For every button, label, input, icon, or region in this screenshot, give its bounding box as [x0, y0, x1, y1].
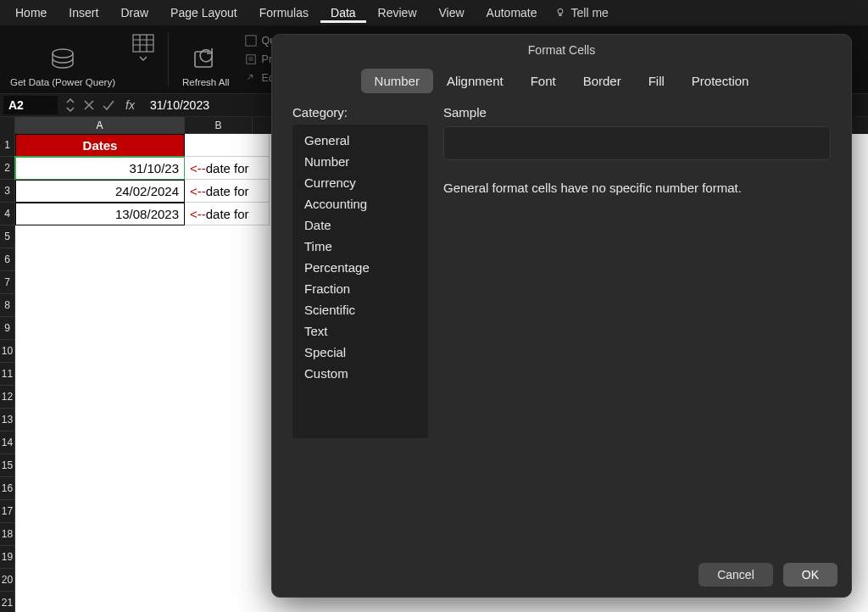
cell[interactable] [15, 477, 185, 500]
dialog-tab-border[interactable]: Border [570, 69, 635, 93]
cell[interactable] [15, 409, 185, 431]
cell[interactable] [185, 500, 270, 523]
row-header[interactable]: 13 [0, 409, 15, 431]
cell[interactable]: 31/10/23 [15, 157, 185, 180]
get-data-button[interactable]: Get Data (Power Query) [5, 29, 120, 90]
ribbon-tab-insert[interactable]: Insert [58, 3, 108, 23]
category-item[interactable]: Accounting [292, 193, 428, 214]
ribbon-tab-review[interactable]: Review [368, 3, 427, 23]
cell[interactable] [15, 500, 185, 523]
row-header[interactable]: 15 [0, 454, 15, 477]
cell[interactable]: <-- date for [185, 157, 270, 180]
category-item[interactable]: Date [292, 214, 428, 236]
cell[interactable]: Dates [15, 134, 185, 157]
cell[interactable] [15, 386, 185, 409]
category-item[interactable]: Fraction [292, 278, 428, 299]
cell[interactable]: <-- date for [185, 180, 270, 203]
tell-me-search[interactable]: Tell me [554, 6, 609, 19]
ok-button[interactable]: OK [783, 563, 837, 587]
row-header[interactable]: 1 [0, 134, 15, 157]
ribbon-tab-automate[interactable]: Automate [476, 3, 548, 23]
row-header[interactable]: 10 [0, 340, 15, 363]
cell[interactable] [185, 592, 270, 612]
ribbon-tab-view[interactable]: View [429, 3, 475, 23]
cell[interactable] [185, 225, 270, 248]
row-header[interactable]: 4 [0, 203, 15, 225]
cell[interactable] [185, 409, 270, 431]
ribbon-tab-home[interactable]: Home [5, 3, 57, 23]
column-header-b[interactable]: B [185, 117, 253, 134]
cell[interactable] [15, 248, 185, 271]
cell[interactable] [185, 523, 270, 546]
cell[interactable] [15, 317, 185, 340]
category-item[interactable]: Special [292, 342, 428, 363]
row-header[interactable]: 6 [0, 248, 15, 271]
cell[interactable] [185, 431, 270, 454]
cell[interactable] [15, 340, 185, 363]
cell[interactable] [185, 294, 270, 317]
category-list[interactable]: GeneralNumberCurrencyAccountingDateTimeP… [292, 125, 428, 438]
row-header[interactable]: 19 [0, 546, 15, 569]
name-box-stepper[interactable] [64, 97, 76, 114]
row-header[interactable]: 17 [0, 500, 15, 523]
queries-dropdown[interactable] [127, 29, 159, 90]
ribbon-tab-formulas[interactable]: Formulas [249, 3, 319, 23]
row-header[interactable]: 9 [0, 317, 15, 340]
dialog-tab-alignment[interactable]: Alignment [433, 69, 517, 93]
category-item[interactable]: General [292, 130, 428, 151]
cell[interactable] [185, 386, 270, 409]
dialog-tab-fill[interactable]: Fill [635, 69, 678, 93]
cell[interactable] [15, 569, 185, 592]
cell[interactable] [15, 592, 185, 612]
dialog-tab-number[interactable]: Number [361, 69, 433, 93]
cell[interactable] [185, 477, 270, 500]
cell[interactable] [15, 294, 185, 317]
row-header[interactable]: 18 [0, 523, 15, 546]
cell[interactable] [15, 225, 185, 248]
cell[interactable] [185, 340, 270, 363]
row-header[interactable]: 16 [0, 477, 15, 500]
row-header[interactable]: 14 [0, 431, 15, 454]
cell[interactable] [185, 546, 270, 569]
fx-button[interactable]: fx [122, 98, 138, 112]
row-header[interactable]: 3 [0, 180, 15, 203]
dialog-tab-font[interactable]: Font [517, 69, 570, 93]
row-header[interactable]: 7 [0, 271, 15, 294]
cell[interactable] [15, 546, 185, 569]
category-item[interactable]: Text [292, 320, 428, 342]
cancel-button[interactable]: Cancel [698, 563, 773, 587]
cell[interactable] [15, 523, 185, 546]
row-header[interactable]: 21 [0, 592, 15, 612]
cell[interactable] [185, 134, 270, 157]
ribbon-tab-data[interactable]: Data [320, 3, 366, 23]
cell[interactable] [15, 431, 185, 454]
cell[interactable] [185, 271, 270, 294]
category-item[interactable]: Scientific [292, 299, 428, 320]
dialog-tab-protection[interactable]: Protection [678, 69, 763, 93]
category-item[interactable]: Percentage [292, 257, 428, 278]
cell[interactable] [185, 248, 270, 271]
row-header[interactable]: 5 [0, 225, 15, 248]
cell[interactable] [15, 363, 185, 386]
row-header[interactable]: 12 [0, 386, 15, 409]
refresh-all-button[interactable]: Refresh All [177, 29, 235, 90]
cell[interactable] [185, 569, 270, 592]
row-header[interactable]: 20 [0, 569, 15, 592]
cell[interactable] [185, 454, 270, 477]
name-box[interactable]: A2 [3, 96, 58, 114]
category-item[interactable]: Number [292, 151, 428, 172]
cell[interactable]: 13/08/2023 [15, 203, 185, 225]
column-header-a[interactable]: A [15, 117, 185, 134]
category-item[interactable]: Time [292, 236, 428, 257]
row-header[interactable]: 2 [0, 157, 15, 180]
select-all-corner[interactable] [0, 117, 15, 134]
cell[interactable]: 24/02/2024 [15, 180, 185, 203]
category-item[interactable]: Custom [292, 363, 428, 384]
cell[interactable] [15, 454, 185, 477]
ribbon-tab-draw[interactable]: Draw [110, 3, 159, 23]
cell[interactable]: <-- date for [185, 203, 270, 225]
category-item[interactable]: Currency [292, 172, 428, 193]
cancel-edit-button[interactable] [83, 99, 95, 111]
ribbon-tab-page-layout[interactable]: Page Layout [160, 3, 248, 23]
cell[interactable] [185, 317, 270, 340]
